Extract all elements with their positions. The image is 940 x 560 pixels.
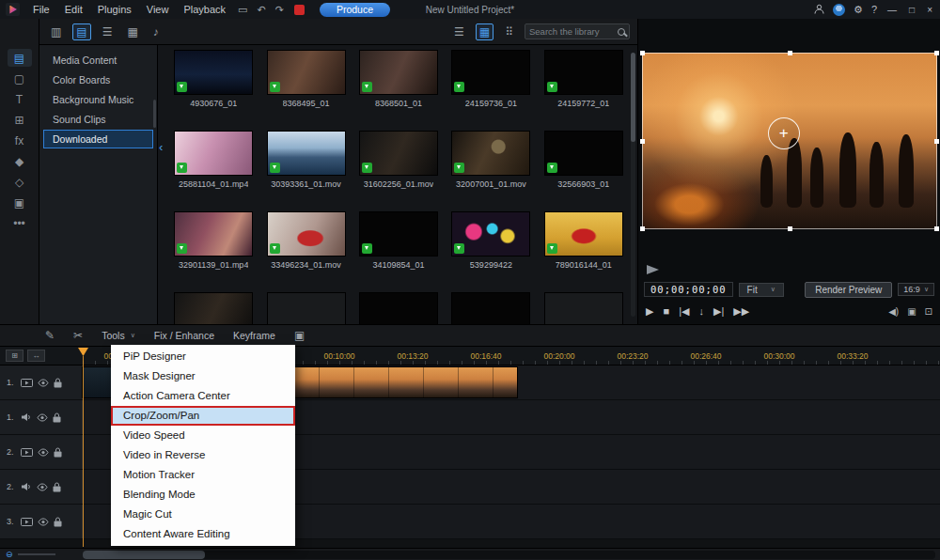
media-item[interactable]: 8368501_01 [358,51,439,111]
detail-view-icon[interactable]: ☰ [99,23,117,40]
fast-forward-button[interactable]: ▶▶ [733,305,749,318]
media-item[interactable]: 32566903_01 [543,132,624,192]
preview-volume-slider[interactable] [647,265,659,274]
track-header[interactable]: 2. [0,435,83,469]
produce-button[interactable]: Produce [320,3,390,17]
next-frame-button[interactable]: ▶| [713,305,724,318]
media-item[interactable] [543,293,624,324]
media-item[interactable]: 31602256_01.mov [358,132,439,192]
track-visibility-eye-icon[interactable] [38,518,49,526]
grid-view-icon[interactable]: ▦ [476,23,494,40]
panel-toggle-icon[interactable]: ▣ [294,329,305,342]
category-downloaded[interactable]: Downloaded [43,130,153,148]
media-thumbnail[interactable] [545,293,622,324]
media-item[interactable]: 539299422 [450,212,531,272]
context-menu-item-crop-zoom-pan[interactable]: Crop/Zoom/Pan [111,406,295,426]
screen-icon[interactable]: ▭ [233,4,252,16]
media-thumbnail[interactable] [360,51,437,94]
more-room-icon[interactable]: ••• [8,214,32,232]
timeline-clip[interactable] [83,367,111,397]
list-view-icon[interactable]: ☰ [450,23,468,40]
selection-handle[interactable] [640,139,645,144]
selection-handle[interactable] [934,51,939,55]
effects-room-icon[interactable]: fx [8,132,32,149]
menu-edit[interactable]: Edit [57,4,90,15]
track-visibility-eye-icon[interactable] [37,413,48,422]
media-thumbnail[interactable] [268,132,345,175]
zoom-out-icon[interactable]: ⊖ [6,550,13,559]
media-item[interactable]: 34109854_01 [358,212,439,272]
track-lock-icon[interactable] [54,378,62,388]
media-thumbnail[interactable] [175,293,252,324]
media-item[interactable] [265,293,346,324]
media-item[interactable]: 30393361_01.mov [265,132,346,192]
library-scrollbar[interactable] [631,53,635,317]
context-menu-item-motion-tracker[interactable]: Motion Tracker [111,465,295,485]
search-input[interactable] [529,26,618,37]
selection-handle[interactable] [788,226,792,231]
collapse-panel-icon[interactable]: ‹ [159,143,163,152]
media-item[interactable]: 33496234_01.mov [265,212,346,272]
track-visibility-eye-icon[interactable] [37,483,48,491]
stop-button[interactable]: ■ [663,305,669,317]
window-close-button[interactable]: × [925,5,934,15]
media-item[interactable]: 4930676_01 [173,51,254,111]
media-item[interactable] [450,293,531,324]
settings-gear-icon[interactable]: ⚙ [854,4,863,16]
user-avatar[interactable] [833,4,845,16]
subtitles-room-icon[interactable]: ▣ [8,194,32,211]
timeline-scrollbar[interactable] [83,551,935,559]
category-color-boards[interactable]: Color Boards [43,70,153,89]
menu-plugins[interactable]: Plugins [90,4,139,15]
track-header[interactable]: 2. [0,470,83,504]
media-thumbnail[interactable] [545,212,622,256]
media-thumbnail[interactable] [360,132,437,175]
account-icon[interactable] [814,4,824,16]
media-item[interactable] [358,293,439,324]
category-media-content[interactable]: Media Content [43,51,153,70]
track-lock-icon[interactable] [53,482,61,492]
media-thumbnail[interactable] [545,132,622,175]
category-background-music[interactable]: Background Music [43,90,153,109]
preview-video[interactable]: + [642,53,937,229]
zoom-fit-dropdown[interactable]: Fit ∨ [739,283,784,297]
selection-handle[interactable] [788,51,792,55]
context-menu-item-content-aware-editing[interactable]: Content Aware Editing [111,524,295,544]
selection-handle[interactable] [640,51,645,55]
music-icon[interactable]: ♪ [149,23,163,40]
play-button[interactable]: ▶ [646,305,653,318]
title-room-icon[interactable]: T [8,90,32,108]
pip-objects-room-icon[interactable]: ⊞ [8,111,32,129]
menu-playback[interactable]: Playback [176,4,233,15]
selection-handle[interactable] [934,226,939,231]
media-thumbnail[interactable] [452,51,529,94]
category-scrollbar[interactable] [153,100,156,128]
undo-icon[interactable]: ↶ [252,4,270,16]
timecode-display[interactable]: 00;00;00;00 [644,282,733,297]
previous-frame-button[interactable]: |◀ [679,305,689,318]
context-menu-item-video-in-reverse[interactable]: Video in Reverse [111,445,295,465]
redo-icon[interactable]: ↷ [271,4,289,16]
library-menu-icon[interactable]: ⠿ [501,23,517,40]
context-menu-item-video-speed[interactable]: Video Speed [111,426,295,445]
media-thumbnail[interactable] [545,51,622,94]
media-thumbnail[interactable] [175,212,252,256]
media-thumbnail[interactable] [452,293,529,324]
boards-room-icon[interactable]: ▢ [8,70,32,87]
context-menu-item-pip-designer[interactable]: PiP Designer [111,347,295,366]
media-item[interactable]: 24159736_01 [450,51,531,111]
media-thumbnail[interactable] [452,212,529,256]
track-visibility-eye-icon[interactable] [38,448,49,457]
transitions-room-icon[interactable]: ◇ [8,173,32,191]
media-thumbnail[interactable] [175,51,252,94]
split-scissors-icon[interactable]: ✂ [73,329,83,342]
particles-room-icon[interactable]: ◆ [8,152,32,170]
media-item[interactable]: 25881104_01.mp4 [173,132,254,192]
media-room-icon[interactable]: ▤ [8,49,32,67]
context-menu-item-action-camera-center[interactable]: Action Camera Center [111,386,295,406]
window-minimize-button[interactable]: — [885,5,899,15]
filmstrip-view-icon[interactable]: ▤ [72,23,90,40]
search-icon[interactable] [618,28,625,36]
media-thumbnail[interactable] [360,212,437,256]
timeline-zoom-slider[interactable] [18,553,55,555]
